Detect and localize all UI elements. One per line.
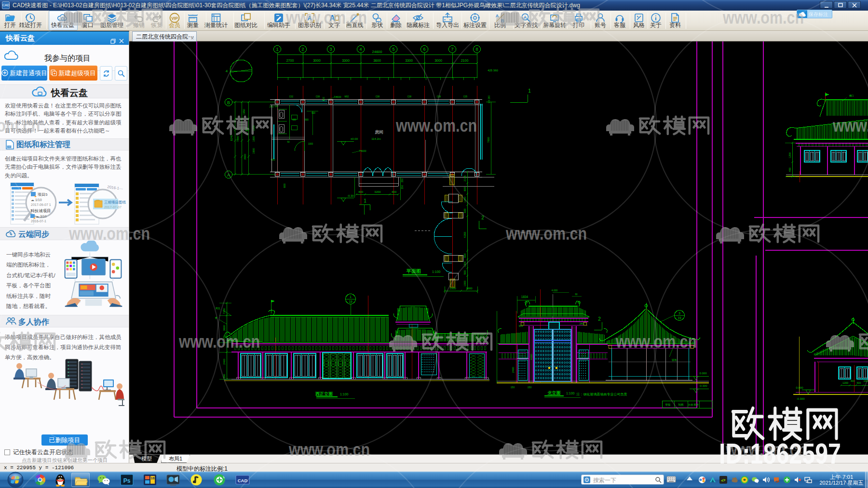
svg-text:Ps: Ps: [123, 477, 131, 484]
svg-text:项目5: 项目5: [38, 192, 48, 197]
svg-text:50: 50: [287, 141, 290, 143]
svg-text:1000: 1000: [466, 287, 473, 290]
svg-text:2016-1⋯: 2016-1⋯: [107, 185, 123, 191]
svg-text:450: 450: [788, 167, 791, 172]
svg-text:3: 3: [329, 47, 332, 52]
svg-text:60: 60: [575, 293, 578, 296]
svg-text:1834: 1834: [521, 295, 529, 298]
svg-text:1950: 1950: [243, 109, 245, 115]
svg-text:C08: C08: [376, 95, 380, 98]
svg-text:C08: C08: [316, 95, 320, 98]
svg-text:玻璃: 玻璃: [671, 358, 677, 361]
svg-text:脊: 脊: [215, 316, 217, 319]
svg-text:1200: 1200: [788, 152, 791, 158]
svg-text:1000: 1000: [463, 281, 466, 286]
svg-text:☁ 3/10: ☁ 3/10: [36, 215, 47, 218]
svg-text:T M200: T M200: [359, 150, 366, 152]
svg-text:114.2m: 114.2m: [371, 137, 381, 140]
svg-text:3: 3: [678, 312, 680, 315]
svg-text:240: 240: [580, 322, 584, 325]
svg-text:8240: 8240: [230, 135, 233, 141]
svg-text:600: 600: [292, 119, 296, 121]
svg-text:1200: 1200: [842, 381, 848, 384]
svg-text:1000: 1000: [308, 143, 313, 145]
svg-text:4: 4: [359, 47, 362, 52]
svg-text:CAD: CAD: [238, 478, 248, 483]
svg-text:1: 1: [350, 295, 352, 298]
svg-text:A: A: [308, 15, 312, 22]
svg-text:2: 2: [598, 316, 601, 322]
svg-text:0.000: 0.000: [699, 372, 707, 375]
svg-text:600: 600: [283, 183, 286, 188]
svg-text:400: 400: [358, 190, 364, 193]
svg-text:5: 5: [392, 47, 394, 52]
svg-text:2105: 2105: [463, 176, 466, 181]
svg-text:4.000: 4.000: [552, 289, 558, 292]
svg-text:2400: 2400: [223, 359, 226, 365]
svg-text:950: 950: [245, 127, 248, 131]
svg-text:150: 150: [528, 386, 532, 389]
svg-text:房间: 房间: [375, 130, 383, 135]
svg-text:2: 2: [481, 215, 484, 220]
svg-text:350: 350: [401, 178, 404, 183]
svg-text:1200: 1200: [252, 125, 255, 131]
svg-text:620: 620: [312, 112, 315, 114]
svg-text:3000: 3000: [434, 59, 442, 62]
svg-text:400: 400: [392, 190, 397, 193]
svg-text:1:100: 1:100: [340, 393, 349, 396]
svg-text:平面图: 平面图: [406, 269, 421, 274]
svg-text:934: 934: [519, 325, 523, 327]
svg-text:600: 600: [857, 381, 861, 384]
svg-text:C08: C08: [437, 95, 441, 98]
svg-text:1200: 1200: [463, 261, 466, 267]
svg-text:VIP: VIP: [171, 16, 178, 21]
svg-text:16: 16: [151, 476, 155, 480]
svg-text:审核: 审核: [665, 403, 671, 406]
svg-text:6: 6: [423, 47, 425, 52]
svg-text:400: 400: [851, 380, 855, 382]
svg-text:1600: 1600: [863, 380, 868, 382]
svg-text:600: 600: [322, 97, 325, 101]
svg-text:3300: 3300: [342, 59, 350, 62]
svg-text:3900: 3900: [244, 154, 246, 160]
svg-text:M02: M02: [345, 95, 349, 98]
svg-text:☁ 1/10: ☁ 1/10: [31, 198, 42, 202]
svg-text:C05: C05: [463, 95, 468, 98]
svg-text:1:100: 1:100: [432, 270, 441, 273]
svg-text:-0.300: -0.300: [699, 384, 707, 387]
svg-text:2017-09-07 1: 2017-09-07 1: [31, 203, 51, 206]
svg-text:三期项目图纸: 三期项目图纸: [104, 200, 126, 204]
svg-text:1: 1: [528, 88, 531, 94]
svg-text:1: 1: [276, 47, 278, 52]
svg-text:900: 900: [305, 119, 309, 121]
svg-text:北立面: 北立面: [547, 391, 561, 395]
svg-text:1000: 1000: [449, 287, 456, 290]
svg-text:2700: 2700: [286, 59, 294, 62]
svg-text:2016-07-1: 2016-07-1: [31, 219, 46, 223]
svg-text:4000: 4000: [530, 354, 533, 360]
svg-text:1200: 1200: [463, 197, 466, 203]
svg-text:西正立面: 西正立面: [315, 392, 333, 396]
svg-text:2017-07-07: 2017-07-07: [104, 205, 122, 209]
svg-text:7: 7: [451, 47, 453, 52]
svg-text:A: A: [524, 15, 527, 20]
svg-text:500: 500: [463, 270, 466, 274]
svg-text:150: 150: [511, 386, 515, 389]
svg-text:370: 370: [223, 335, 226, 339]
svg-text:C08: C08: [407, 95, 412, 98]
svg-text:科技城项目: 科技城项目: [30, 208, 51, 213]
svg-text:4: 4: [226, 69, 228, 73]
svg-text:24600: 24600: [372, 50, 382, 54]
svg-text:2100: 2100: [461, 59, 469, 62]
svg-text:600: 600: [463, 187, 466, 191]
svg-text:630: 630: [463, 208, 466, 213]
svg-text:2400: 2400: [512, 367, 515, 373]
svg-text:3600: 3600: [373, 59, 381, 62]
svg-text:19: 19: [678, 316, 681, 320]
svg-text:350: 350: [401, 185, 404, 190]
svg-text:690: 690: [223, 374, 226, 378]
svg-text:3300: 3300: [405, 59, 413, 62]
svg-text:檐口: 檐口: [849, 94, 854, 97]
svg-text:600: 600: [463, 253, 466, 258]
svg-text:0.000: 0.000: [796, 386, 803, 389]
